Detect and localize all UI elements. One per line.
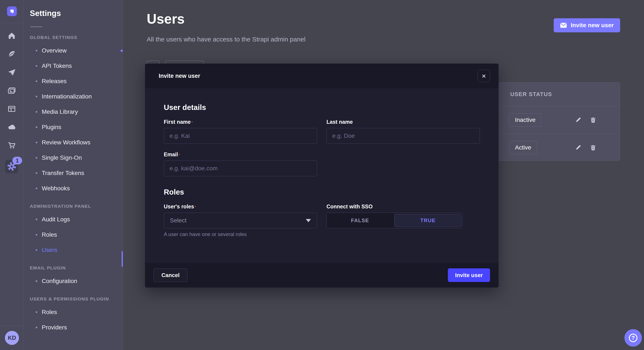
notification-dot: [120, 49, 123, 52]
last-name-field-group: Last name: [326, 119, 480, 144]
first-name-field[interactable]: [164, 128, 317, 144]
section-email-plugin: EMAIL PLUGIN: [30, 265, 123, 270]
modal-title: Invite new user: [159, 73, 200, 79]
required-asterisk: *: [191, 121, 192, 124]
bullet-icon: •: [35, 246, 38, 254]
first-name-label: First name: [164, 119, 190, 125]
active-item-indicator: [122, 251, 123, 267]
settings-sidebar: Settings GLOBAL SETTINGS •Overview •API …: [24, 0, 123, 350]
required-asterisk: *: [195, 205, 196, 209]
bullet-icon: •: [35, 278, 38, 285]
status-badge: Inactive: [509, 113, 541, 127]
email-field[interactable]: [164, 161, 317, 176]
sidebar-item-media-library[interactable]: •Media Library: [30, 104, 123, 120]
bullet-icon: •: [35, 108, 38, 116]
sidebar-item-plugins[interactable]: •Plugins: [30, 120, 123, 135]
bullet-icon: •: [35, 78, 38, 85]
paper-plane-icon[interactable]: [6, 66, 18, 78]
modal-footer: Cancel Invite user: [145, 263, 498, 288]
chevron-down-icon: [306, 219, 311, 222]
users-roles-field-group: User's roles* Select A user can have one…: [164, 203, 317, 237]
sidebar-item-configuration[interactable]: •Configuration: [30, 273, 123, 289]
page-subtitle: All the users who have access to the Str…: [147, 36, 306, 43]
invite-user-submit-button[interactable]: Invite user: [448, 268, 490, 282]
sso-field-group: Connect with SSO FALSE TRUE: [326, 203, 480, 237]
roles-helper-text: A user can have one or several roles: [164, 231, 317, 237]
cloud-icon[interactable]: [6, 121, 18, 133]
rail-bottom-divider: [0, 326, 23, 326]
edit-pencil-icon[interactable]: [573, 115, 583, 125]
last-name-field[interactable]: [326, 128, 480, 144]
status-badge: Active: [509, 141, 537, 154]
modal-body: User details First name* Last name Email…: [145, 88, 498, 263]
home-icon[interactable]: [6, 30, 18, 42]
bullet-icon: •: [35, 124, 38, 131]
sidebar-item-roles-admin[interactable]: •Roles: [30, 227, 123, 242]
bullet-icon: •: [35, 154, 38, 161]
sso-toggle-true[interactable]: TRUE: [394, 214, 462, 227]
sidebar-item-single-sign-on[interactable]: •Single Sign-On: [30, 150, 123, 166]
feather-icon[interactable]: [6, 48, 18, 60]
required-asterisk: *: [179, 153, 180, 157]
icon-rail: 1 KD: [0, 0, 24, 350]
bullet-icon: •: [35, 216, 38, 223]
invite-new-user-button[interactable]: Invite new user: [554, 18, 620, 32]
close-icon[interactable]: ×: [478, 70, 490, 82]
delete-trash-icon[interactable]: [588, 143, 598, 153]
select-placeholder: Select: [170, 217, 186, 224]
delete-trash-icon[interactable]: [588, 115, 598, 125]
bullet-icon: •: [35, 185, 38, 192]
sidebar-item-transfer-tokens[interactable]: •Transfer Tokens: [30, 166, 123, 181]
sidebar-item-webhooks[interactable]: •Webhooks: [30, 181, 123, 196]
sidebar-item-roles-up[interactable]: •Roles: [30, 305, 123, 320]
bullet-icon: •: [35, 93, 38, 100]
sso-toggle: FALSE TRUE: [326, 213, 463, 228]
sidebar-item-api-tokens[interactable]: •API Tokens: [30, 58, 123, 74]
bullet-icon: •: [35, 231, 38, 238]
user-avatar[interactable]: KD: [5, 331, 19, 345]
sso-toggle-false[interactable]: FALSE: [327, 213, 393, 228]
cancel-button[interactable]: Cancel: [154, 268, 188, 282]
email-label: Email: [164, 151, 178, 157]
sidebar-item-overview[interactable]: •Overview: [30, 43, 123, 58]
strapi-logo-glyph: [9, 8, 15, 14]
sidebar-item-audit-logs[interactable]: •Audit Logs: [30, 212, 123, 227]
bullet-icon: •: [35, 62, 38, 70]
envelope-icon: [560, 22, 567, 28]
roles-heading: Roles: [164, 188, 480, 196]
edit-pencil-icon[interactable]: [573, 143, 583, 153]
bullet-icon: •: [35, 170, 38, 177]
bullet-icon: •: [35, 47, 38, 54]
email-field-group: Email*: [164, 151, 317, 176]
settings-notification-badge: 1: [12, 157, 22, 164]
invite-user-modal: Invite new user × User details First nam…: [145, 64, 498, 288]
bullet-icon: •: [35, 324, 38, 331]
sso-label: Connect with SSO: [326, 203, 373, 209]
section-administration-panel: ADMINISTRATION PANEL: [30, 204, 123, 209]
help-button[interactable]: ?: [624, 329, 642, 347]
title-divider: [30, 26, 42, 27]
strapi-logo-icon[interactable]: [7, 6, 17, 16]
rail-divider: [0, 23, 23, 23]
strapi-admin-app: 1 KD Settings GLOBAL SETTINGS •Overview …: [0, 0, 644, 350]
modal-header: Invite new user ×: [145, 64, 498, 88]
column-user-status: USER STATUS: [510, 82, 552, 106]
users-roles-label: User's roles: [164, 203, 194, 209]
sidebar-item-providers[interactable]: •Providers: [30, 320, 123, 335]
content-panel-icon[interactable]: [6, 103, 18, 115]
users-roles-select[interactable]: Select: [164, 213, 317, 228]
last-name-label: Last name: [326, 119, 353, 125]
media-library-icon[interactable]: [6, 85, 18, 97]
sidebar-item-review-workflows[interactable]: •Review Workflows: [30, 135, 123, 150]
page-title: Users: [147, 11, 185, 27]
bullet-icon: •: [35, 139, 38, 146]
sidebar-title: Settings: [30, 9, 123, 18]
question-mark-icon: ?: [629, 334, 638, 342]
bullet-icon: •: [35, 309, 38, 316]
sidebar-item-users[interactable]: •Users: [30, 242, 123, 258]
marketplace-cart-icon[interactable]: [6, 140, 18, 151]
sidebar-item-releases[interactable]: •Releases: [30, 74, 123, 89]
sidebar-item-internationalization[interactable]: •Internationalization: [30, 89, 123, 104]
user-details-heading: User details: [164, 103, 480, 112]
section-users-permissions-plugin: USERS & PERMISSIONS PLUGIN: [30, 296, 123, 302]
